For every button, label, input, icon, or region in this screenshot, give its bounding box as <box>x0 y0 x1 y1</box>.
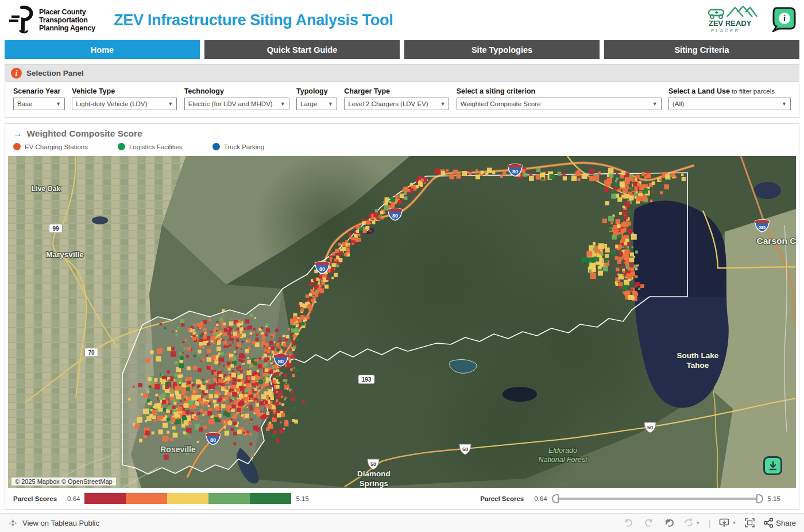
parcel[interactable] <box>185 339 188 341</box>
parcel[interactable] <box>297 317 300 320</box>
parcel[interactable] <box>306 294 309 298</box>
parcel[interactable] <box>229 321 234 326</box>
parcel[interactable] <box>199 342 203 346</box>
parcel[interactable] <box>236 367 238 370</box>
selection-info-icon[interactable]: i <box>11 68 22 79</box>
parcel[interactable] <box>211 331 213 333</box>
parcel[interactable] <box>239 327 243 331</box>
parcel[interactable] <box>290 368 293 371</box>
parcel[interactable] <box>292 374 295 377</box>
parcel[interactable] <box>628 267 631 271</box>
parcel[interactable] <box>492 171 495 174</box>
parcel[interactable] <box>236 354 237 355</box>
parcel-scores-range-slider[interactable] <box>552 494 763 504</box>
parcel[interactable] <box>227 393 231 397</box>
parcel[interactable] <box>309 311 311 313</box>
parcel[interactable] <box>177 417 179 420</box>
parcel[interactable] <box>258 390 260 391</box>
parcel[interactable] <box>163 436 168 442</box>
parcel[interactable] <box>215 406 220 411</box>
parcel[interactable] <box>652 181 655 185</box>
parcel[interactable] <box>231 385 235 389</box>
parcel[interactable] <box>598 251 601 254</box>
parcel[interactable] <box>159 395 163 400</box>
parcel[interactable] <box>272 375 274 377</box>
parcel[interactable] <box>280 343 281 344</box>
parcel[interactable] <box>198 368 202 372</box>
parcel[interactable] <box>604 187 609 192</box>
parcel[interactable] <box>249 333 250 335</box>
parcel[interactable] <box>355 225 360 229</box>
parcel[interactable] <box>318 285 322 288</box>
parcel[interactable] <box>284 379 288 382</box>
parcel[interactable] <box>216 324 218 326</box>
parcel[interactable] <box>635 178 637 181</box>
parcel[interactable] <box>260 331 262 333</box>
parcel[interactable] <box>622 195 625 197</box>
parcel[interactable] <box>211 336 215 341</box>
parcel[interactable] <box>157 348 163 354</box>
parcel[interactable] <box>190 330 192 332</box>
parcel[interactable] <box>268 402 269 404</box>
parcel[interactable] <box>476 169 478 172</box>
parcel[interactable] <box>274 351 277 354</box>
parcel[interactable] <box>357 234 360 236</box>
parcel[interactable] <box>279 429 284 433</box>
parcel[interactable] <box>241 321 242 323</box>
parcel[interactable] <box>218 393 221 395</box>
parcel[interactable] <box>272 434 275 437</box>
parcel[interactable] <box>267 358 270 360</box>
parcel[interactable] <box>616 177 619 180</box>
parcel[interactable] <box>138 383 142 387</box>
parcel[interactable] <box>613 230 619 235</box>
parcel[interactable] <box>223 345 226 348</box>
parcel[interactable] <box>194 355 196 358</box>
parcel[interactable] <box>192 329 195 332</box>
parcel[interactable] <box>276 391 279 393</box>
parcel[interactable] <box>165 382 169 386</box>
parcel[interactable] <box>180 356 183 360</box>
parcel[interactable] <box>156 409 159 412</box>
parcel[interactable] <box>189 377 192 380</box>
parcel[interactable] <box>640 284 644 288</box>
parcel[interactable] <box>210 405 211 406</box>
parcel[interactable] <box>243 432 245 433</box>
parcel[interactable] <box>230 357 233 360</box>
parcel[interactable] <box>230 337 234 341</box>
parcel[interactable] <box>659 178 661 181</box>
parcel[interactable] <box>603 266 608 271</box>
parcel[interactable] <box>635 282 640 286</box>
parcel[interactable] <box>598 172 601 174</box>
parcel[interactable] <box>289 354 291 356</box>
parcel[interactable] <box>176 333 178 336</box>
parcel[interactable] <box>287 364 290 368</box>
parcel[interactable] <box>276 385 280 389</box>
parcel[interactable] <box>628 229 633 234</box>
parcel[interactable] <box>224 426 226 429</box>
parcel[interactable] <box>221 321 223 324</box>
parcel[interactable] <box>209 319 211 321</box>
parcel[interactable] <box>247 407 248 408</box>
slider-handle-min[interactable] <box>552 494 559 503</box>
parcel[interactable] <box>248 369 249 371</box>
parcel[interactable] <box>362 222 365 224</box>
parcel[interactable] <box>203 425 207 429</box>
parcel[interactable] <box>256 393 259 396</box>
parcel[interactable] <box>198 354 199 355</box>
parcel[interactable] <box>241 360 245 363</box>
parcel[interactable] <box>281 413 285 417</box>
parcel[interactable] <box>175 385 180 390</box>
parcel[interactable] <box>194 387 197 390</box>
parcel[interactable] <box>310 283 313 286</box>
parcel[interactable] <box>246 430 249 433</box>
parcel[interactable] <box>635 251 638 254</box>
parcel[interactable] <box>254 317 256 319</box>
parcel[interactable] <box>241 412 243 414</box>
parcel[interactable] <box>293 345 296 349</box>
map-download-button[interactable] <box>763 456 782 475</box>
parcel[interactable] <box>265 368 269 372</box>
parcel[interactable] <box>254 412 256 414</box>
parcel[interactable] <box>143 409 149 414</box>
parcel[interactable] <box>366 220 370 224</box>
parcel[interactable] <box>223 399 225 400</box>
